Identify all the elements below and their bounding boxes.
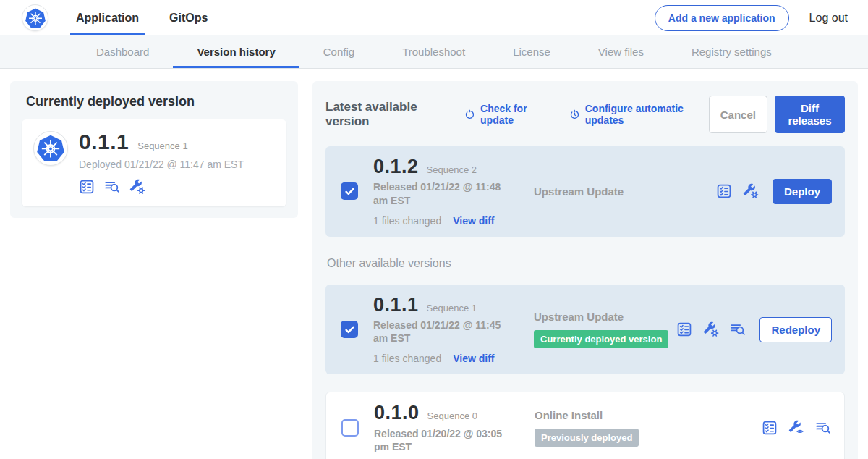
version-number: 0.1.1 xyxy=(373,295,419,315)
deployed-action-icons xyxy=(79,179,244,195)
files-changed-label: 1 files changed xyxy=(373,353,441,364)
tab-troubleshoot-label: Troubleshoot xyxy=(402,46,465,58)
diff-action-buttons: Cancel Diff releases xyxy=(709,96,845,133)
version-checkbox[interactable] xyxy=(341,321,358,338)
tab-application[interactable]: Application xyxy=(70,0,145,35)
sequence-label: Sequence 0 xyxy=(427,410,477,421)
released-timestamp: Released 01/20/22 @ 03:05 pm EST xyxy=(374,427,516,453)
version-info: 0.1.2 Sequence 2 Released 01/21/22 @ 11:… xyxy=(373,156,534,227)
wrench-gear-icon[interactable] xyxy=(703,321,719,337)
version-info: 0.1.1 Sequence 1 Released 01/21/22 @ 11:… xyxy=(373,295,534,365)
top-nav: Application GitOps xyxy=(70,0,232,35)
view-diff-link[interactable]: View diff xyxy=(453,353,494,364)
files-changed-label: 1 files changed xyxy=(373,215,441,227)
app-sub-nav: Dashboard Version history Config Trouble… xyxy=(0,35,868,69)
currently-deployed-card: Currently deployed version 0.1.1 Sequenc… xyxy=(10,81,298,218)
version-source: Online Install Previously deployed xyxy=(535,409,762,447)
deployed-version-number: 0.1.1 xyxy=(79,131,129,153)
version-actions: Redeploy xyxy=(676,317,833,342)
checklist-icon[interactable] xyxy=(676,321,692,337)
tab-application-label: Application xyxy=(76,12,139,25)
sequence-label: Sequence 1 xyxy=(427,303,477,313)
previously-deployed-badge: Previously deployed xyxy=(535,429,639,447)
main-content: Currently deployed version 0.1.1 Sequenc… xyxy=(0,69,868,459)
latest-version-title: Latest available version xyxy=(326,100,448,129)
currently-deployed-badge: Currently deployed version xyxy=(534,330,668,348)
currently-deployed-version-box: 0.1.1 Sequence 1 Deployed 01/21/22 @ 11:… xyxy=(22,119,286,206)
tab-gitops-label: GitOps xyxy=(169,12,208,25)
version-actions: Deploy xyxy=(716,179,833,204)
version-history-panel: Latest available version Check for updat… xyxy=(312,81,858,459)
version-number: 0.1.0 xyxy=(374,403,420,423)
logs-search-icon[interactable] xyxy=(104,179,120,195)
check-for-update-link[interactable]: Check for update xyxy=(464,103,553,126)
source-label: Online Install xyxy=(535,409,762,421)
deployed-sequence-label: Sequence 1 xyxy=(137,140,187,151)
top-bar: Application GitOps Add a new application… xyxy=(0,0,868,35)
currently-deployed-title: Currently deployed version xyxy=(26,94,286,109)
version-info: 0.1.0 Sequence 0 Released 01/20/22 @ 03:… xyxy=(374,403,535,453)
source-label: Upstream Update xyxy=(534,311,676,323)
wrench-gear-icon[interactable] xyxy=(743,183,759,199)
redeploy-button[interactable]: Redeploy xyxy=(760,317,832,342)
deploy-button[interactable]: Deploy xyxy=(773,179,832,204)
clock-refresh-icon xyxy=(569,109,580,121)
version-source: Upstream Update Currently deployed versi… xyxy=(534,311,676,348)
tab-version-history-label: Version history xyxy=(197,46,275,58)
version-row-0-1-0: 0.1.0 Sequence 0 Released 01/20/22 @ 03:… xyxy=(326,392,845,459)
other-versions-title: Other available versions xyxy=(327,257,845,270)
latest-version-header: Latest available version Check for updat… xyxy=(326,96,845,133)
app-kubernetes-logo-icon xyxy=(33,131,68,166)
tab-gitops[interactable]: GitOps xyxy=(163,0,213,35)
tab-troubleshoot[interactable]: Troubleshoot xyxy=(378,35,489,68)
add-application-button[interactable]: Add a new application xyxy=(655,5,789,31)
tab-license[interactable]: License xyxy=(489,35,574,68)
source-label: Upstream Update xyxy=(534,185,716,198)
logs-search-icon[interactable] xyxy=(730,321,746,337)
version-row-0-1-2: 0.1.2 Sequence 2 Released 01/21/22 @ 11:… xyxy=(326,146,845,237)
configure-automatic-updates-label: Configure automatic updates xyxy=(585,103,709,126)
version-source: Upstream Update xyxy=(534,185,716,198)
checklist-icon[interactable] xyxy=(716,183,732,199)
logs-search-icon[interactable] xyxy=(815,420,831,436)
configure-automatic-updates-link[interactable]: Configure automatic updates xyxy=(569,103,709,126)
version-row-0-1-1: 0.1.1 Sequence 1 Released 01/21/22 @ 11:… xyxy=(326,285,845,375)
deployed-version-info: 0.1.1 Sequence 1 Deployed 01/21/22 @ 11:… xyxy=(79,131,244,195)
tab-version-history[interactable]: Version history xyxy=(173,35,299,68)
released-timestamp: Released 01/21/22 @ 11:45 am EST xyxy=(373,319,515,345)
tab-config[interactable]: Config xyxy=(299,35,378,68)
diff-releases-button[interactable]: Diff releases xyxy=(775,96,845,133)
cancel-button[interactable]: Cancel xyxy=(709,96,767,133)
tab-dashboard[interactable]: Dashboard xyxy=(72,35,173,68)
version-checkbox[interactable] xyxy=(341,182,358,200)
sequence-label: Sequence 2 xyxy=(427,164,477,175)
tab-registry-settings[interactable]: Registry settings xyxy=(668,35,796,68)
released-timestamp: Released 01/21/22 @ 11:48 am EST xyxy=(373,180,515,206)
wrench-gear-icon[interactable] xyxy=(129,179,145,195)
deployed-timestamp: Deployed 01/21/22 @ 11:47 am EST xyxy=(79,159,244,170)
checklist-icon[interactable] xyxy=(79,179,95,195)
version-number: 0.1.2 xyxy=(373,156,419,177)
tab-view-files[interactable]: View files xyxy=(574,35,668,68)
logout-link[interactable]: Log out xyxy=(809,12,848,25)
version-actions xyxy=(762,420,833,436)
checklist-icon[interactable] xyxy=(762,420,778,436)
wrench-eye-icon[interactable] xyxy=(788,420,804,436)
kubernetes-logo-icon xyxy=(22,4,48,31)
refresh-icon xyxy=(464,109,475,121)
tab-config-label: Config xyxy=(323,46,354,58)
view-diff-link[interactable]: View diff xyxy=(453,215,494,227)
check-for-update-label: Check for update xyxy=(480,103,553,126)
tab-dashboard-label: Dashboard xyxy=(96,46,149,58)
tab-view-files-label: View files xyxy=(598,46,644,58)
tab-license-label: License xyxy=(513,46,550,58)
tab-registry-settings-label: Registry settings xyxy=(692,46,772,58)
app-window: Application GitOps Add a new application… xyxy=(0,0,868,459)
version-checkbox[interactable] xyxy=(341,419,359,437)
